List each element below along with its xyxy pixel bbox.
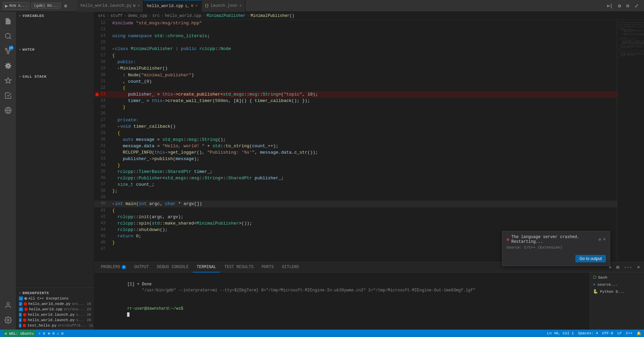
code-line: 39 [94,194,617,201]
code-line: 43 rclcpp::spin(std::make_shared<Minimal… [94,220,617,227]
terminal-bash-item[interactable]: ⬡ bash [590,274,644,281]
terminal-python-item[interactable]: 🐍 Python D... [590,288,644,295]
bp-item-2[interactable]: ✓ hello_world.cpp src/stu... 23 [16,307,94,312]
tab-modified-indicator: U [191,4,193,8]
status-remote[interactable]: ⇄ WSL: Ubuntu [3,330,36,337]
bp-checkbox[interactable]: ✓ [19,318,22,322]
problems-badge: 1 [122,265,126,269]
tab-close-icon[interactable]: × [138,4,140,8]
tab-hello-world-launch-py[interactable]: hello_world.launch.py U × [77,0,143,12]
bp-checkbox[interactable]: ✓ [19,307,23,311]
status-left: ⇄ WSL: Ubuntu ⚡ 0 ⊗ 0 ⚠ 0 [3,330,64,337]
line-number: 41 [94,207,111,214]
breakpoints-fold-arrow[interactable] [19,291,21,295]
breadcrumb-demo-cpp[interactable]: demo_cpp [128,14,147,18]
bp-line: 20 [87,313,91,317]
tab-debug-console[interactable]: DEBUG CONSOLE [153,262,193,273]
activity-extensions-icon[interactable] [1,74,15,87]
activity-search-icon[interactable] [1,29,15,43]
terminal-source-item[interactable]: ✕ source... [590,281,644,288]
activity-files-icon[interactable] [1,15,15,28]
breadcrumb-method[interactable]: MinimalPublisher() [251,14,294,18]
settings-gear-icon[interactable]: ⚙ [617,2,622,9]
notification-settings-icon[interactable]: ⚙ [598,237,601,242]
title-bar: ▶ RUN A... (gdb) RO... ⚙ hello_world.lau… [0,0,644,12]
bp-item-5[interactable]: ✓ test_hello.py src/stuff/d... 11 [16,323,94,328]
line-number: 29 [94,130,111,136]
more-actions-icon[interactable]: ··· [622,264,634,271]
breadcrumb-class[interactable]: MinimalPublisher [207,14,245,18]
debug-dropdown[interactable]: (gdb) RO... [31,3,61,9]
bp-checkbox[interactable]: ✓ [19,323,21,328]
status-cursor-position[interactable]: Ln 40, Col 1 [547,331,574,336]
line-number: 30 [94,136,111,143]
split-terminal-icon[interactable]: ⊟ [615,264,620,271]
tab-problems[interactable]: PROBLEMS 1 [97,262,130,273]
debug-label: (gdb) RO... [34,4,58,8]
tab-hello-world-cpp[interactable]: hello_world.cpp 1, U × [143,0,201,12]
bp-item-4[interactable]: ✓ hello_world.launch.py s... 29 [16,317,94,323]
close-panel-icon[interactable]: × [636,264,641,271]
status-eol[interactable]: LF [617,331,622,336]
bp-checkbox[interactable]: ✓ [19,296,23,301]
line-number: 17 [94,52,111,59]
activity-debug-icon[interactable] [1,59,15,73]
bp-item-3[interactable]: ✓ hello_world.launch.py s... 20 [16,312,94,317]
tab-launch-json[interactable]: {} launch.json × [201,0,245,12]
watch-section-header[interactable]: WATCH [16,46,94,52]
tab-modified-indicator: U [133,4,135,8]
status-encoding[interactable]: UTF-8 [602,331,613,336]
activity-remote-icon[interactable] [1,104,15,117]
run-dropdown[interactable]: ▶ RUN A... [3,2,29,10]
tab-test-results[interactable]: TEST RESULTS [220,262,257,273]
tab-gitlens[interactable]: GITLENS [278,262,303,273]
status-errors: ⊗ 0 ⚠ 0 [48,331,64,336]
breakpoints-section-header[interactable]: BREAKPOINTS [16,289,94,296]
line-content: void timer_callback() [111,123,617,130]
notification-close-icon[interactable]: × [603,237,606,242]
tab-output[interactable]: OUTPUT [130,262,153,273]
goto-output-button[interactable]: Go to output [575,255,606,262]
status-notifications-icon[interactable]: 🔔 [637,331,641,336]
expand-icon[interactable]: ⤢ [633,2,640,9]
tab-close-icon[interactable]: × [240,4,242,8]
terminal-prompt: rr-user@dawnshard:~/ws$ [127,306,183,311]
minimap: #include "std_msgs/msg/string.hpp" using… [617,20,644,262]
tab-close-icon[interactable]: × [196,4,198,8]
call-stack-fold-arrow[interactable] [19,75,21,79]
activity-settings-icon[interactable] [1,313,15,327]
watch-fold-arrow[interactable] [19,48,21,52]
status-spaces[interactable]: Spaces: 4 [578,331,598,336]
bp-checkbox[interactable]: ✓ [19,313,22,317]
line-number: 14 [94,33,111,39]
breadcrumb-src2[interactable]: src [152,14,160,18]
bp-all-cpp[interactable]: ✓ All C++ Exceptions [16,296,94,301]
variables-section-header[interactable]: VARIABLES [16,12,94,19]
source-icon: ✕ [593,282,595,287]
tab-ports[interactable]: PORTS [258,262,278,273]
layout-icon[interactable]: ⊟ [625,2,630,9]
variables-fold-arrow[interactable] [19,14,21,18]
call-stack-section-header[interactable]: CALL STACK [16,73,94,79]
code-line: 27 private: [94,117,617,123]
breadcrumb-file[interactable]: hello_world.cpp [165,14,201,18]
debug-sidebar: VARIABLES WATCH CALL STACK BREAKPOINTS ✓… [16,12,94,330]
activity-git-icon[interactable]: 19 [1,44,15,58]
code-editor[interactable]: 12 #include "std_msgs/msg/string.hpp" 13… [94,20,617,262]
terminal-content[interactable]: [1] + Done "/usr/bin/gdb" --interpreter=… [94,273,590,330]
breadcrumb-stuff[interactable]: stuff [111,14,123,18]
bp-checkbox[interactable]: ✓ [19,302,22,306]
breadcrumb-src[interactable]: src [98,14,105,18]
activity-testing-icon[interactable] [1,89,15,102]
settings-icon[interactable]: ⚙ [63,2,68,9]
status-language[interactable]: C++ [626,331,633,336]
tab-terminal[interactable]: TERMINAL [193,262,220,273]
code-line: 37 size_t count_; [94,181,617,188]
activity-account-icon[interactable] [1,299,15,312]
run-split-icon[interactable]: ⊳| [605,2,614,9]
line-content: { [111,85,617,91]
status-bar: ⇄ WSL: Ubuntu ⚡ 0 ⊗ 0 ⚠ 0 Ln 40, Col 1 S… [0,330,644,337]
breakpoints-label: BREAKPOINTS [23,291,49,295]
bp-item-1[interactable]: ✓ hello_world_node.py src... 16 [16,301,94,307]
line-content: int main(int argc, char * argv[]) [111,201,617,207]
